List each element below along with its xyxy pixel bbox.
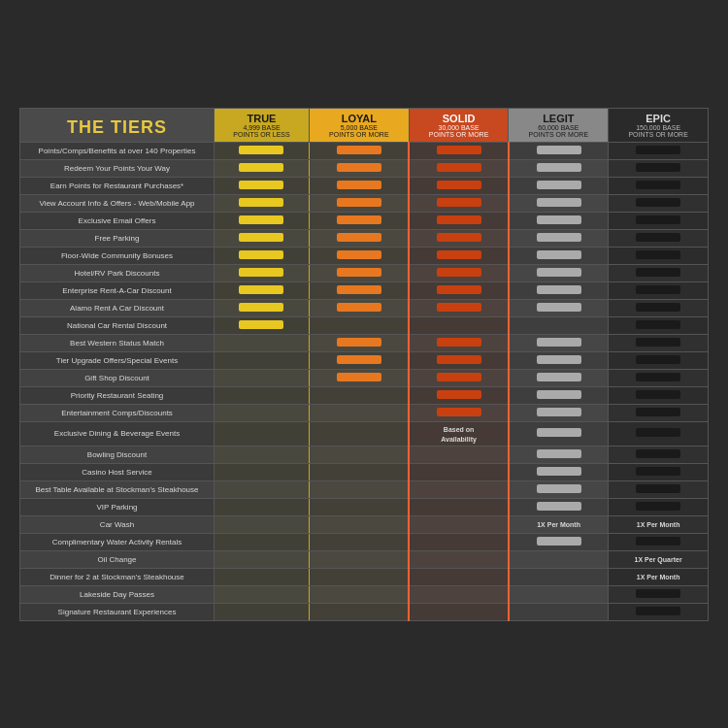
cell-solid xyxy=(409,264,509,281)
cell-solid xyxy=(409,212,509,229)
row-label: Tier Upgrade Offers/Special Events xyxy=(20,351,215,369)
cell-legit xyxy=(509,533,609,550)
cell-solid xyxy=(409,159,509,177)
cell-solid xyxy=(409,568,509,585)
cell-true xyxy=(215,316,310,334)
cell-epic xyxy=(609,264,709,281)
cell-legit xyxy=(509,369,609,386)
cell-epic xyxy=(609,603,709,620)
cell-solid: Based onAvailability xyxy=(409,421,509,446)
row-label: Hotel/RV Park Discounts xyxy=(20,264,215,281)
cell-solid xyxy=(409,603,509,620)
row-label: Exclusive Email Offers xyxy=(20,212,215,229)
row-label: View Account Info & Offers - Web/Mobile … xyxy=(20,194,215,212)
table-row: Earn Points for Restaurant Purchases* xyxy=(20,177,709,194)
cell-loyal xyxy=(309,142,409,159)
cell-solid xyxy=(409,281,509,299)
cell-epic xyxy=(609,480,709,498)
cell-loyal xyxy=(309,421,409,446)
cell-legit xyxy=(509,281,609,299)
cell-loyal xyxy=(309,212,409,229)
table-row: Lakeside Day Passes xyxy=(20,585,709,603)
cell-true xyxy=(215,229,310,247)
cell-true xyxy=(215,603,310,620)
cell-legit xyxy=(509,446,609,463)
cell-solid xyxy=(409,369,509,386)
cell-solid xyxy=(409,446,509,463)
cell-loyal xyxy=(309,446,409,463)
table-row: Floor-Wide Community Bonuses xyxy=(20,247,709,264)
table-row: Complimentary Water Activity Rentals xyxy=(20,533,709,550)
cell-loyal xyxy=(309,247,409,264)
table-row: Bowling Discount xyxy=(20,446,709,463)
row-label: Priority Restaurant Seating xyxy=(20,386,215,404)
cell-legit xyxy=(509,247,609,264)
cell-true xyxy=(215,299,310,316)
cell-true xyxy=(215,264,310,281)
cell-epic xyxy=(609,142,709,159)
cell-epic xyxy=(609,585,709,603)
table-row: Signature Restaurant Experiences xyxy=(20,603,709,620)
cell-legit xyxy=(509,568,609,585)
cell-legit xyxy=(509,351,609,369)
cell-solid xyxy=(409,585,509,603)
cell-epic xyxy=(609,386,709,404)
cell-loyal xyxy=(309,498,409,515)
cell-legit xyxy=(509,404,609,421)
cell-loyal xyxy=(309,550,409,568)
tiers-title: THE TIERS xyxy=(20,108,215,142)
table-row: Exclusive Dining & Beverage EventsBased … xyxy=(20,421,709,446)
cell-legit: 1X Per Month xyxy=(509,515,609,533)
cell-true xyxy=(215,142,310,159)
cell-true xyxy=(215,550,310,568)
cell-epic xyxy=(609,351,709,369)
row-label: VIP Parking xyxy=(20,498,215,515)
cell-loyal xyxy=(309,351,409,369)
cell-loyal xyxy=(309,194,409,212)
row-label: Free Parking xyxy=(20,229,215,247)
row-label: Car Wash xyxy=(20,515,215,533)
cell-true xyxy=(215,421,310,446)
cell-loyal xyxy=(309,533,409,550)
cell-true xyxy=(215,212,310,229)
table-row: Oil Change1X Per Quarter xyxy=(20,550,709,568)
cell-legit xyxy=(509,463,609,480)
cell-solid xyxy=(409,194,509,212)
cell-loyal xyxy=(309,480,409,498)
cell-legit xyxy=(509,316,609,334)
table-row: VIP Parking xyxy=(20,498,709,515)
table-row: Car Wash1X Per Month1X Per Month xyxy=(20,515,709,533)
cell-legit xyxy=(509,299,609,316)
cell-epic xyxy=(609,334,709,351)
table-row: Casino Host Service xyxy=(20,463,709,480)
cell-solid xyxy=(409,404,509,421)
row-label: Alamo Rent A Car Discount xyxy=(20,299,215,316)
tier-solid-header: SOLID 30,000 BASE POINTS OR MORE xyxy=(409,108,509,142)
row-label: Lakeside Day Passes xyxy=(20,585,215,603)
cell-epic xyxy=(609,177,709,194)
cell-loyal xyxy=(309,369,409,386)
cell-true xyxy=(215,515,310,533)
table-body: Points/Comps/Benefits at over 140 Proper… xyxy=(20,142,709,620)
row-label: Exclusive Dining & Beverage Events xyxy=(20,421,215,446)
cell-epic xyxy=(609,498,709,515)
cell-true xyxy=(215,351,310,369)
cell-legit xyxy=(509,498,609,515)
row-label: Enterprise Rent-A-Car Discount xyxy=(20,281,215,299)
cell-legit xyxy=(509,585,609,603)
cell-legit xyxy=(509,386,609,404)
cell-legit xyxy=(509,177,609,194)
cell-true xyxy=(215,498,310,515)
tier-epic-header: EPIC 150,000 BASE POINTS OR MORE xyxy=(609,108,709,142)
table-row: Free Parking xyxy=(20,229,709,247)
row-label: Entertainment Comps/Discounts xyxy=(20,404,215,421)
cell-loyal xyxy=(309,229,409,247)
cell-legit xyxy=(509,480,609,498)
table-row: Best Western Status Match xyxy=(20,334,709,351)
row-label: National Car Rental Discount xyxy=(20,316,215,334)
cell-legit xyxy=(509,550,609,568)
table-row: Tier Upgrade Offers/Special Events xyxy=(20,351,709,369)
table-row: View Account Info & Offers - Web/Mobile … xyxy=(20,194,709,212)
cell-loyal xyxy=(309,585,409,603)
table-row: Hotel/RV Park Discounts xyxy=(20,264,709,281)
